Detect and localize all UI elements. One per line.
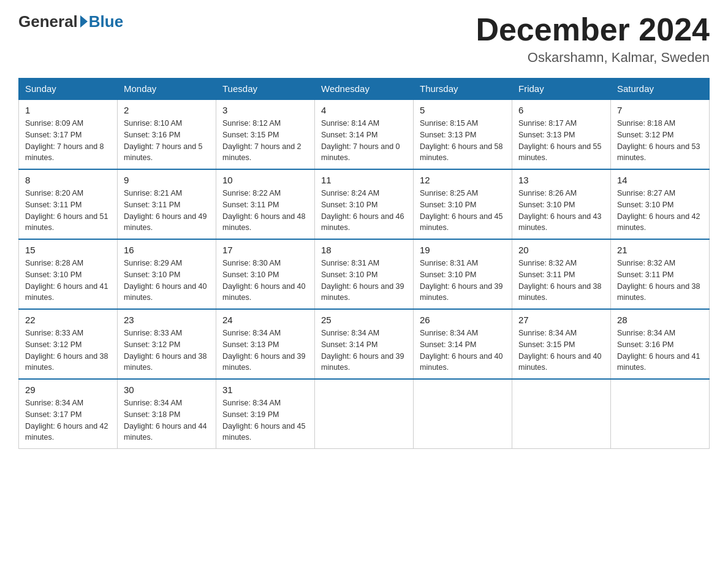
location-text: Oskarshamn, Kalmar, Sweden	[476, 50, 710, 66]
day-number: 3	[222, 105, 308, 115]
calendar-cell: 14Sunrise: 8:27 AMSunset: 3:10 PMDayligh…	[611, 169, 710, 239]
calendar-header-row: SundayMondayTuesdayWednesdayThursdayFrid…	[19, 79, 710, 100]
day-number: 24	[222, 315, 308, 325]
day-info: Sunrise: 8:34 AMSunset: 3:17 PMDaylight:…	[25, 397, 111, 443]
calendar-header: SundayMondayTuesdayWednesdayThursdayFrid…	[19, 79, 710, 100]
day-number: 16	[124, 245, 210, 255]
calendar-day-header: Saturday	[611, 79, 710, 100]
day-info: Sunrise: 8:26 AMSunset: 3:10 PMDaylight:…	[518, 188, 604, 234]
calendar-cell: 17Sunrise: 8:30 AMSunset: 3:10 PMDayligh…	[216, 239, 315, 309]
calendar-day-header: Monday	[118, 79, 216, 100]
calendar-cell: 4Sunrise: 8:14 AMSunset: 3:14 PMDaylight…	[315, 99, 414, 169]
day-number: 13	[518, 175, 604, 185]
day-number: 15	[25, 245, 111, 255]
day-number: 4	[321, 105, 407, 115]
day-info: Sunrise: 8:20 AMSunset: 3:11 PMDaylight:…	[25, 188, 111, 234]
logo-blue-text: Blue	[89, 12, 123, 31]
calendar-week-row: 1Sunrise: 8:09 AMSunset: 3:17 PMDaylight…	[19, 99, 710, 169]
logo-general-text: General	[18, 12, 78, 31]
calendar-cell: 30Sunrise: 8:34 AMSunset: 3:18 PMDayligh…	[118, 379, 216, 449]
day-number: 5	[420, 105, 506, 115]
day-info: Sunrise: 8:21 AMSunset: 3:11 PMDaylight:…	[124, 188, 210, 234]
day-number: 18	[321, 245, 407, 255]
logo-arrow-icon	[80, 15, 88, 28]
day-info: Sunrise: 8:10 AMSunset: 3:16 PMDaylight:…	[124, 118, 210, 164]
calendar-cell: 10Sunrise: 8:22 AMSunset: 3:11 PMDayligh…	[216, 169, 315, 239]
day-number: 26	[420, 315, 506, 325]
day-info: Sunrise: 8:34 AMSunset: 3:14 PMDaylight:…	[420, 327, 506, 373]
day-number: 8	[25, 175, 111, 185]
day-info: Sunrise: 8:25 AMSunset: 3:10 PMDaylight:…	[420, 188, 506, 234]
title-block: December 2024 Oskarshamn, Kalmar, Sweden	[476, 12, 710, 66]
calendar-cell: 15Sunrise: 8:28 AMSunset: 3:10 PMDayligh…	[19, 239, 118, 309]
calendar-cell: 31Sunrise: 8:34 AMSunset: 3:19 PMDayligh…	[216, 379, 315, 449]
calendar-cell	[512, 379, 611, 449]
calendar-cell: 5Sunrise: 8:15 AMSunset: 3:13 PMDaylight…	[414, 99, 512, 169]
day-number: 1	[25, 105, 111, 115]
day-number: 27	[518, 315, 604, 325]
calendar-cell: 29Sunrise: 8:34 AMSunset: 3:17 PMDayligh…	[19, 379, 118, 449]
day-number: 22	[25, 315, 111, 325]
day-info: Sunrise: 8:33 AMSunset: 3:12 PMDaylight:…	[124, 327, 210, 373]
day-info: Sunrise: 8:34 AMSunset: 3:18 PMDaylight:…	[124, 397, 210, 443]
day-number: 7	[617, 105, 703, 115]
calendar-cell	[315, 379, 414, 449]
day-info: Sunrise: 8:18 AMSunset: 3:12 PMDaylight:…	[617, 118, 703, 164]
day-number: 17	[222, 245, 308, 255]
day-info: Sunrise: 8:14 AMSunset: 3:14 PMDaylight:…	[321, 118, 407, 164]
day-info: Sunrise: 8:22 AMSunset: 3:11 PMDaylight:…	[222, 188, 308, 234]
day-info: Sunrise: 8:32 AMSunset: 3:11 PMDaylight:…	[518, 258, 604, 304]
day-info: Sunrise: 8:15 AMSunset: 3:13 PMDaylight:…	[420, 118, 506, 164]
calendar-day-header: Thursday	[414, 79, 512, 100]
day-info: Sunrise: 8:27 AMSunset: 3:10 PMDaylight:…	[617, 188, 703, 234]
day-number: 30	[124, 385, 210, 395]
calendar-cell: 1Sunrise: 8:09 AMSunset: 3:17 PMDaylight…	[19, 99, 118, 169]
day-info: Sunrise: 8:32 AMSunset: 3:11 PMDaylight:…	[617, 258, 703, 304]
day-number: 28	[617, 315, 703, 325]
calendar-cell: 21Sunrise: 8:32 AMSunset: 3:11 PMDayligh…	[611, 239, 710, 309]
day-info: Sunrise: 8:30 AMSunset: 3:10 PMDaylight:…	[222, 258, 308, 304]
day-number: 23	[124, 315, 210, 325]
calendar-week-row: 15Sunrise: 8:28 AMSunset: 3:10 PMDayligh…	[19, 239, 710, 309]
calendar-cell: 19Sunrise: 8:31 AMSunset: 3:10 PMDayligh…	[414, 239, 512, 309]
calendar-cell: 16Sunrise: 8:29 AMSunset: 3:10 PMDayligh…	[118, 239, 216, 309]
day-info: Sunrise: 8:34 AMSunset: 3:15 PMDaylight:…	[518, 327, 604, 373]
calendar-cell: 22Sunrise: 8:33 AMSunset: 3:12 PMDayligh…	[19, 309, 118, 379]
calendar-cell: 11Sunrise: 8:24 AMSunset: 3:10 PMDayligh…	[315, 169, 414, 239]
calendar-cell: 12Sunrise: 8:25 AMSunset: 3:10 PMDayligh…	[414, 169, 512, 239]
day-info: Sunrise: 8:34 AMSunset: 3:14 PMDaylight:…	[321, 327, 407, 373]
calendar-table: SundayMondayTuesdayWednesdayThursdayFrid…	[18, 78, 710, 449]
calendar-cell: 7Sunrise: 8:18 AMSunset: 3:12 PMDaylight…	[611, 99, 710, 169]
day-info: Sunrise: 8:17 AMSunset: 3:13 PMDaylight:…	[518, 118, 604, 164]
day-info: Sunrise: 8:33 AMSunset: 3:12 PMDaylight:…	[25, 327, 111, 373]
day-info: Sunrise: 8:29 AMSunset: 3:10 PMDaylight:…	[124, 258, 210, 304]
month-title: December 2024	[476, 12, 710, 47]
day-info: Sunrise: 8:24 AMSunset: 3:10 PMDaylight:…	[321, 188, 407, 234]
calendar-cell: 23Sunrise: 8:33 AMSunset: 3:12 PMDayligh…	[118, 309, 216, 379]
day-info: Sunrise: 8:34 AMSunset: 3:16 PMDaylight:…	[617, 327, 703, 373]
calendar-cell: 25Sunrise: 8:34 AMSunset: 3:14 PMDayligh…	[315, 309, 414, 379]
day-number: 12	[420, 175, 506, 185]
day-info: Sunrise: 8:12 AMSunset: 3:15 PMDaylight:…	[222, 118, 308, 164]
page-header: General Blue December 2024 Oskarshamn, K…	[18, 12, 710, 66]
calendar-day-header: Sunday	[19, 79, 118, 100]
day-info: Sunrise: 8:34 AMSunset: 3:13 PMDaylight:…	[222, 327, 308, 373]
calendar-week-row: 8Sunrise: 8:20 AMSunset: 3:11 PMDaylight…	[19, 169, 710, 239]
day-number: 31	[222, 385, 308, 395]
calendar-cell: 28Sunrise: 8:34 AMSunset: 3:16 PMDayligh…	[611, 309, 710, 379]
logo: General Blue	[18, 12, 123, 31]
day-number: 25	[321, 315, 407, 325]
day-number: 6	[518, 105, 604, 115]
day-number: 11	[321, 175, 407, 185]
calendar-week-row: 29Sunrise: 8:34 AMSunset: 3:17 PMDayligh…	[19, 379, 710, 449]
day-info: Sunrise: 8:31 AMSunset: 3:10 PMDaylight:…	[420, 258, 506, 304]
day-number: 9	[124, 175, 210, 185]
calendar-cell: 9Sunrise: 8:21 AMSunset: 3:11 PMDaylight…	[118, 169, 216, 239]
calendar-cell: 2Sunrise: 8:10 AMSunset: 3:16 PMDaylight…	[118, 99, 216, 169]
day-number: 10	[222, 175, 308, 185]
day-number: 29	[25, 385, 111, 395]
calendar-cell: 27Sunrise: 8:34 AMSunset: 3:15 PMDayligh…	[512, 309, 611, 379]
calendar-cell	[611, 379, 710, 449]
day-info: Sunrise: 8:34 AMSunset: 3:19 PMDaylight:…	[222, 397, 308, 443]
day-number: 2	[124, 105, 210, 115]
